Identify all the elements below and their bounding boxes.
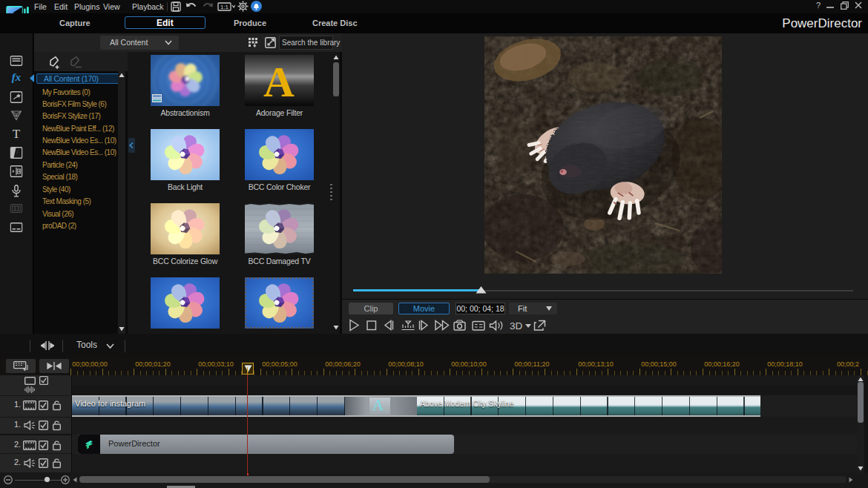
svg-text:3D: 3D xyxy=(510,320,523,332)
svg-text:A: A xyxy=(263,58,295,106)
svg-text:1:1: 1:1 xyxy=(220,4,229,10)
